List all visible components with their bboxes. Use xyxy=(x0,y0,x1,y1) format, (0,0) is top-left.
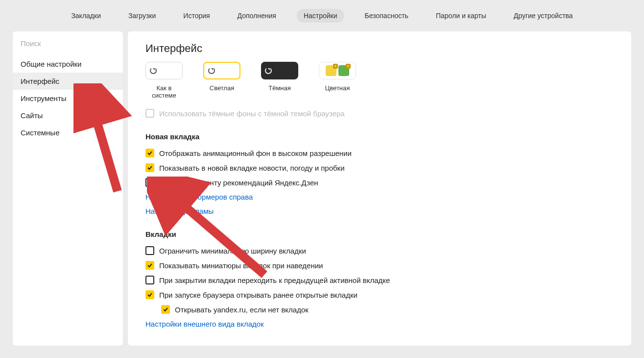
theme-dark[interactable]: Тёмная xyxy=(261,62,298,99)
link-ads[interactable]: Настройки рекламы xyxy=(128,204,631,218)
top-nav: Закладки Загрузки История Дополнения Нас… xyxy=(0,0,644,31)
newtab-opt0-checkbox[interactable] xyxy=(145,149,154,157)
theme-light[interactable]: Светлая xyxy=(203,62,240,99)
nav-settings[interactable]: Настройки xyxy=(297,9,344,23)
link-informers[interactable]: Настройки информеров справа xyxy=(128,190,631,204)
nav-history[interactable]: История xyxy=(176,9,216,23)
nav-passwords[interactable]: Пароли и карты xyxy=(429,9,493,23)
dark-bg-label: Использовать тёмные фоны с тёмной темой … xyxy=(159,109,345,118)
theme-light-label: Светлая xyxy=(210,84,234,92)
search-input[interactable] xyxy=(21,39,115,48)
theme-color-label: Цветная xyxy=(325,84,350,92)
newtab-opt1-checkbox[interactable] xyxy=(145,163,154,172)
tabs-subopt-label: Открывать yandex.ru, если нет вкладок xyxy=(175,306,309,314)
tabs-opt1-checkbox[interactable] xyxy=(145,261,154,270)
sidebar-item-general[interactable]: Общие настройки xyxy=(13,55,123,73)
tabs-subopt-checkbox[interactable] xyxy=(161,305,170,314)
dark-bg-checkbox xyxy=(145,109,154,118)
section-tabs-title: Вкладки xyxy=(128,218,631,243)
tabs-opt3-label: При запуске браузера открывать ранее отк… xyxy=(159,291,358,299)
sidebar-item-interface[interactable]: Интерфейс xyxy=(13,73,123,90)
sidebar-item-system[interactable]: Системные xyxy=(13,124,123,141)
theme-row: Как в системе Светлая Тёмная + + Цветная xyxy=(128,62,631,99)
page-title: Интерфейс xyxy=(128,31,631,62)
refresh-icon xyxy=(208,67,215,74)
newtab-opt0-label: Отображать анимационный фон в высоком ра… xyxy=(159,149,352,157)
sidebar-item-sites[interactable]: Сайты xyxy=(13,107,123,124)
theme-color[interactable]: + + Цветная xyxy=(319,62,356,99)
sidebar-item-tools[interactable]: Инструменты xyxy=(13,90,123,107)
nav-bookmarks[interactable]: Закладки xyxy=(64,9,108,23)
tabs-opt3-checkbox[interactable] xyxy=(145,290,154,299)
tabs-opt1-label: Показывать миниатюры вкладок при наведен… xyxy=(159,261,323,270)
tabs-opt2-label: При закрытии вкладки переходить к предыд… xyxy=(159,276,390,284)
nav-addons[interactable]: Дополнения xyxy=(231,9,283,23)
nav-security[interactable]: Безопасность xyxy=(358,9,415,23)
nav-other-devices[interactable]: Другие устройства xyxy=(507,9,580,23)
section-newtab-title: Новая вкладка xyxy=(128,121,631,146)
tabs-opt0-label: Ограничить минимальную ширину вкладки xyxy=(159,247,306,255)
link-tab-appearance[interactable]: Настройки внешнего вида вкладок xyxy=(128,317,631,331)
theme-dark-label: Тёмная xyxy=(268,84,291,92)
tabs-opt2-checkbox[interactable] xyxy=(145,276,154,284)
tabs-opt0-checkbox[interactable] xyxy=(145,246,154,255)
newtab-opt2-checkbox[interactable] xyxy=(145,178,154,187)
newtab-opt1-label: Показывать в новой вкладке новости, пого… xyxy=(159,164,345,172)
theme-system-label: Как в системе xyxy=(145,84,183,99)
sidebar: Общие настройки Интерфейс Инструменты Са… xyxy=(13,31,123,346)
nav-downloads[interactable]: Загрузки xyxy=(121,9,163,23)
newtab-opt2-label: Показывать ленту рекомендаций Яндекс.Дзе… xyxy=(159,179,318,187)
refresh-icon xyxy=(150,67,157,74)
main-panel: Интерфейс Как в системе Светлая Тёмная +… xyxy=(128,31,631,346)
refresh-icon xyxy=(265,67,272,74)
theme-system[interactable]: Как в системе xyxy=(145,62,183,99)
